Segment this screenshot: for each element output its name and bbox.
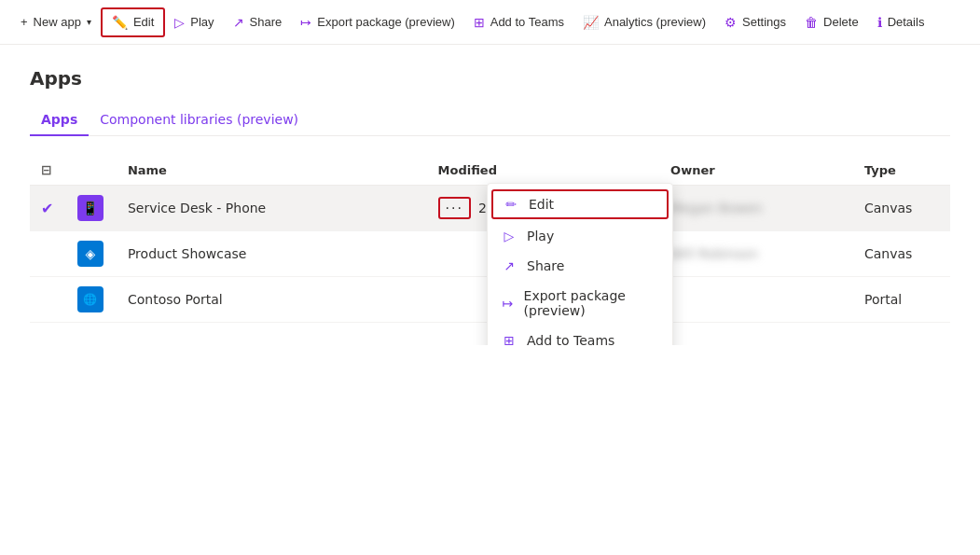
col-header-modified[interactable]: Modified bbox=[427, 155, 660, 186]
edit-label: Edit bbox=[133, 15, 154, 29]
plus-icon: + bbox=[21, 15, 28, 29]
app-icon-showcase: ◈ bbox=[77, 241, 104, 267]
check-icon: ✔ bbox=[41, 200, 53, 217]
row-type: Portal bbox=[853, 277, 950, 323]
export-button[interactable]: ↦ Export package (preview) bbox=[291, 9, 463, 35]
analytics-button[interactable]: 📈 Analytics (preview) bbox=[573, 9, 715, 35]
caret-down-icon: ▾ bbox=[87, 17, 91, 27]
delete-label: Delete bbox=[823, 15, 859, 29]
share-label: Share bbox=[250, 15, 283, 29]
row-owner: Will Robinson bbox=[659, 231, 853, 277]
delete-icon: 🗑 bbox=[805, 15, 818, 30]
play-label: Play bbox=[190, 15, 214, 29]
details-label: Details bbox=[888, 15, 925, 29]
export-label: Export package (preview) bbox=[317, 15, 454, 29]
export-icon: ↦ bbox=[300, 15, 311, 30]
new-app-button[interactable]: + New app ▾ bbox=[11, 9, 101, 35]
menu-item-export[interactable]: ↦ Export package (preview) bbox=[488, 281, 672, 326]
row-app-name: Product Showcase bbox=[117, 231, 427, 277]
tab-apps[interactable]: Apps bbox=[30, 104, 89, 136]
analytics-icon: 📈 bbox=[583, 15, 599, 30]
page-title: Apps bbox=[30, 67, 950, 90]
edit-menu-icon: ✏️ bbox=[503, 197, 519, 212]
teams-icon: ⊞ bbox=[474, 15, 485, 30]
menu-item-edit[interactable]: ✏️ Edit bbox=[491, 189, 669, 219]
share-icon: ↗ bbox=[233, 15, 244, 30]
row-app-icon: ◈ bbox=[66, 231, 117, 277]
row-app-icon: 🌐 bbox=[66, 277, 117, 323]
share-button[interactable]: ↗ Share bbox=[224, 9, 292, 35]
settings-label: Settings bbox=[742, 15, 786, 29]
tab-bar: Apps Component libraries (preview) bbox=[30, 104, 950, 136]
menu-item-add-teams[interactable]: ⊞ Add to Teams bbox=[488, 326, 672, 345]
play-menu-label: Play bbox=[527, 229, 554, 243]
col-header-check: ⊟ bbox=[30, 155, 66, 186]
details-icon: ℹ bbox=[877, 15, 882, 30]
details-button[interactable]: ℹ Details bbox=[868, 9, 934, 35]
edit-icon: ✏️ bbox=[112, 15, 128, 30]
col-header-owner[interactable]: Owner bbox=[659, 155, 853, 186]
tab-component-libraries[interactable]: Component libraries (preview) bbox=[89, 104, 310, 136]
menu-item-share[interactable]: ↗ Share bbox=[488, 251, 672, 281]
edit-button[interactable]: ✏️ Edit bbox=[101, 7, 165, 37]
row-app-icon: 📱 bbox=[66, 186, 117, 231]
row-check bbox=[30, 277, 66, 323]
add-teams-menu-label: Add to Teams bbox=[527, 333, 614, 345]
context-menu: ✏️ Edit ▷ Play ↗ Share ↦ Export package … bbox=[487, 183, 673, 345]
settings-button[interactable]: ⚙ Settings bbox=[715, 9, 795, 35]
page-content: Apps Apps Component libraries (preview) … bbox=[0, 45, 980, 345]
app-icon-portal: 🌐 bbox=[77, 286, 104, 312]
menu-item-play[interactable]: ▷ Play bbox=[488, 221, 672, 251]
export-menu-icon: ↦ bbox=[501, 296, 515, 311]
col-header-name[interactable]: Name bbox=[117, 155, 427, 186]
row-type: Canvas bbox=[853, 186, 950, 231]
edit-menu-label: Edit bbox=[529, 197, 554, 212]
row-owner: Megan Bowen bbox=[659, 186, 853, 231]
app-icon-phone: 📱 bbox=[77, 195, 104, 221]
toolbar: + New app ▾ ✏️ Edit ▷ Play ↗ Share ↦ Exp… bbox=[0, 0, 980, 45]
col-header-type[interactable]: Type bbox=[853, 155, 950, 186]
add-teams-label: Add to Teams bbox=[490, 15, 564, 29]
table-header-row: ⊟ Name Modified Owner Type bbox=[30, 155, 950, 186]
play-menu-icon: ▷ bbox=[501, 229, 518, 243]
row-type: Canvas bbox=[853, 231, 950, 277]
play-icon: ▷ bbox=[174, 15, 185, 30]
new-app-label: New app bbox=[34, 15, 81, 29]
share-menu-label: Share bbox=[527, 258, 564, 273]
delete-button[interactable]: 🗑 Delete bbox=[795, 9, 868, 35]
column-filter-icon[interactable]: ⊟ bbox=[41, 162, 52, 177]
row-check bbox=[30, 231, 66, 277]
export-menu-label: Export package (preview) bbox=[524, 288, 659, 318]
teams-menu-icon: ⊞ bbox=[501, 333, 518, 345]
analytics-label: Analytics (preview) bbox=[604, 15, 706, 29]
settings-icon: ⚙ bbox=[725, 15, 737, 30]
row-app-name: Service Desk - Phone bbox=[117, 186, 427, 231]
share-menu-icon: ↗ bbox=[501, 258, 518, 273]
play-button[interactable]: ▷ Play bbox=[165, 9, 223, 35]
row-app-name: Contoso Portal bbox=[117, 277, 427, 323]
table-area: ⊟ Name Modified Owner Type bbox=[30, 155, 950, 323]
more-options-button[interactable]: ··· bbox=[438, 197, 471, 219]
row-owner bbox=[659, 277, 853, 323]
add-teams-button[interactable]: ⊞ Add to Teams bbox=[464, 9, 573, 35]
row-check: ✔ bbox=[30, 186, 66, 231]
col-header-icon bbox=[66, 155, 117, 186]
